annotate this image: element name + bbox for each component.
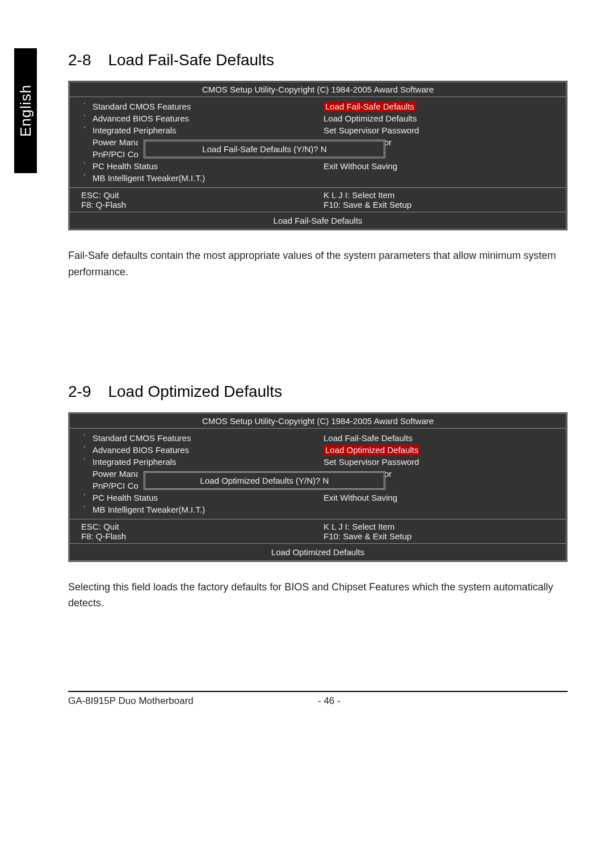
key-hint-select: K L J I: Select Item	[324, 522, 555, 531]
menu-item[interactable]: Exit Without Saving	[324, 492, 566, 504]
menu-item[interactable]: 'Power Management Setup	[93, 136, 138, 148]
confirm-dialog[interactable]: Load Fail-Safe Defaults (Y/N)? N	[144, 140, 385, 158]
key-hint-f10: F10: Save & Exit Setup	[324, 200, 555, 209]
menu-item[interactable]: 'Standard CMOS Features	[93, 432, 318, 444]
page-footer: GA-8I915P Duo Motherboard - 46 -	[68, 691, 568, 707]
menu-item[interactable]: 'Integrated Peripherals	[93, 456, 318, 468]
section-2-8-name: Load Fail-Safe Defaults	[108, 51, 274, 69]
key-hint-f8: F8: Q-Flash	[81, 200, 306, 209]
menu-item[interactable]: 'MB Intelligent Tweaker(M.I.T.)	[93, 172, 318, 184]
menu-item[interactable]: 'MB Intelligent Tweaker(M.I.T.)	[93, 504, 318, 515]
key-hint-f8: F8: Q-Flash	[81, 531, 306, 541]
bios-footer-help: Load Optimized Defaults	[70, 544, 566, 560]
menu-item[interactable]: 'PnP/PCI Configurations	[93, 480, 138, 492]
menu-item-selected[interactable]: Load Fail-Safe Defaults	[324, 100, 566, 112]
menu-item[interactable]: 'PC Health Status	[93, 492, 318, 504]
section-2-9-name: Load Optimized Defaults	[108, 383, 282, 400]
menu-item[interactable]: 'Standard CMOS Features	[93, 100, 318, 112]
key-hint-esc: ESC: Quit	[81, 190, 306, 200]
bios-screen-2-8: CMOS Setup Utility-Copyright (C) 1984-20…	[68, 81, 568, 230]
menu-item[interactable]: 'Power Management Setup	[93, 468, 138, 480]
menu-item[interactable]: 'Advanced BIOS Features	[93, 444, 318, 456]
bios-header: CMOS Setup Utility-Copyright (C) 1984-20…	[70, 414, 566, 429]
menu-item[interactable]: 'Integrated Peripherals	[93, 124, 318, 136]
key-hint-esc: ESC: Quit	[81, 522, 306, 531]
section-2-9-num: 2-9	[68, 383, 91, 401]
section-2-8-title: 2-8Load Fail-Safe Defaults	[68, 51, 568, 69]
section-2-8-num: 2-8	[68, 51, 91, 69]
section-2-9-text: Selecting this field loads the factory d…	[68, 579, 568, 612]
menu-item[interactable]: 'Advanced BIOS Features	[93, 112, 318, 124]
key-hint-select: K L J I: Select Item	[324, 190, 555, 200]
menu-item-selected[interactable]: Load Optimized Defaults	[324, 444, 566, 456]
menu-item[interactable]: 'PC Health Status	[93, 160, 318, 172]
menu-item[interactable]: Set Supervisor Password	[324, 456, 566, 468]
footer-model: GA-8I915P Duo Motherboard	[68, 695, 318, 707]
bios-screen-2-9: CMOS Setup Utility-Copyright (C) 1984-20…	[68, 412, 568, 562]
menu-item[interactable]: 'PnP/PCI Configurations	[93, 148, 138, 160]
bios-header: CMOS Setup Utility-Copyright (C) 1984-20…	[70, 82, 566, 97]
menu-item[interactable]: Load Fail-Safe Defaults	[324, 432, 566, 444]
bios-footer-help: Load Fail-Safe Defaults	[70, 212, 566, 229]
confirm-dialog[interactable]: Load Optimized Defaults (Y/N)? N	[144, 471, 385, 490]
menu-item[interactable]: Set Supervisor Password	[324, 124, 566, 136]
menu-item[interactable]: Load Optimized Defaults	[324, 112, 566, 124]
menu-item[interactable]: Exit Without Saving	[324, 160, 566, 172]
section-2-9-title: 2-9Load Optimized Defaults	[68, 383, 568, 401]
key-hint-f10: F10: Save & Exit Setup	[324, 531, 555, 541]
section-2-8-text: Fail-Safe defaults contain the most appr…	[68, 248, 568, 280]
footer-page-number: - 46 -	[318, 695, 568, 707]
language-tab: English	[14, 48, 37, 173]
